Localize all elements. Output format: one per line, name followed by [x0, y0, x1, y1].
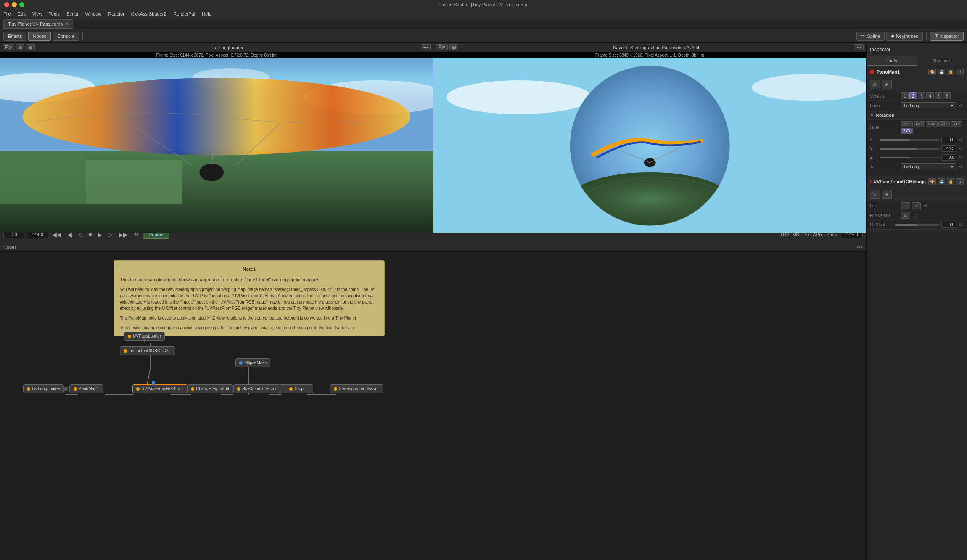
menu-tools[interactable]: Tools — [49, 11, 60, 16]
nodes-more-btn[interactable]: ••• — [856, 244, 863, 251]
uvpass-color-btn[interactable]: 🎨 — [928, 178, 936, 185]
effects-button[interactable]: Effects — [3, 32, 26, 41]
order-xyz[interactable]: XYZ — [901, 121, 913, 127]
panomap1-title-row: PanoMap1 🎨 💾 🔒 ℹ — [867, 66, 967, 78]
flipv-checkbox[interactable]: ☐ — [901, 212, 910, 219]
right-fit-btn[interactable]: Fitv — [436, 44, 448, 50]
y-slider[interactable] — [880, 148, 940, 150]
ver-btn-5[interactable]: 5 — [935, 92, 942, 99]
panomap1-save-btn[interactable]: 💾 — [938, 69, 945, 75]
uvpass-grid-btn[interactable]: ⊞ — [870, 190, 880, 199]
left-more-btn[interactable]: ••• — [421, 44, 431, 50]
note-title: Note1 — [120, 266, 378, 273]
y-value[interactable]: 44.3 — [941, 145, 956, 152]
node-uvpassloader[interactable]: UVPassLoader — [124, 332, 165, 341]
order-xzy[interactable]: XZY — [914, 121, 925, 127]
order-zxy[interactable]: ZXY — [951, 121, 962, 127]
flip-h-btn[interactable]: ↔ — [901, 202, 910, 209]
ver-btn-4[interactable]: 4 — [926, 92, 934, 99]
x-reset[interactable]: ↺ — [958, 137, 964, 142]
menu-renderpal[interactable]: RenderPal — [173, 11, 195, 16]
rotation-section-header[interactable]: ▼ Rotation — [867, 111, 967, 120]
menu-reactor[interactable]: Reactor — [108, 11, 124, 16]
menu-help[interactable]: Help — [202, 11, 211, 16]
keyframes-button[interactable]: ◆ Keyframes — [886, 32, 923, 41]
tab-close-icon[interactable]: ✕ — [65, 21, 69, 26]
menu-file[interactable]: File — [3, 11, 11, 16]
uoffset-slider[interactable] — [895, 224, 940, 226]
from-dropdown[interactable]: LatLong ▾ — [901, 102, 956, 109]
node-changedepth8bit[interactable]: ChangeDepth8Bit — [187, 384, 233, 393]
node-panomap1[interactable]: PanoMap1 — [69, 384, 103, 393]
menu-edit[interactable]: Edit — [18, 11, 26, 16]
menu-window[interactable]: Window — [85, 11, 101, 16]
ver-btn-3[interactable]: 3 — [918, 92, 925, 99]
menu-script[interactable]: Script — [66, 11, 78, 16]
maximize-button[interactable] — [19, 2, 24, 7]
tab-tools[interactable]: Tools — [867, 56, 917, 66]
left-fit-btn[interactable]: Fitv — [3, 44, 14, 50]
from-reset[interactable]: ↺ — [958, 103, 964, 108]
to-dropdown[interactable]: LatLong ▾ — [901, 163, 956, 170]
ver-btn-2[interactable]: 2 — [909, 92, 917, 99]
ver-btn-1[interactable]: 1 — [901, 92, 909, 99]
order-yxz[interactable]: YXZ — [926, 121, 938, 127]
order-label: Order — [870, 125, 899, 130]
note-resize-handle[interactable]: ⤢ — [116, 262, 119, 269]
spline-button[interactable]: 〜 Spline — [856, 32, 885, 41]
file-tab[interactable]: Tiny Planet UV Pass.comp ✕ — [3, 19, 73, 29]
menu-view[interactable]: View — [32, 11, 42, 16]
minimize-button[interactable] — [12, 2, 17, 7]
inspector-button[interactable]: ⊞ Inspector — [930, 32, 964, 41]
flip-reset[interactable]: ↺ — [922, 203, 928, 208]
rotation-y-row: Y 44.3 ↺ — [867, 144, 967, 153]
nodes-canvas[interactable]: ⤢ Note1 This Fusion example project show… — [0, 252, 866, 560]
tab-modifiers[interactable]: Modifiers — [917, 56, 967, 66]
close-button[interactable] — [4, 2, 9, 7]
node-crop[interactable]: Crop — [280, 384, 313, 393]
left-view-btn-2[interactable]: ▦ — [26, 44, 35, 50]
node-linear-to-sgibocio[interactable]: LinearTosCIGBOCIO... — [120, 346, 175, 355]
uoffset-reset[interactable]: ↺ — [958, 222, 964, 227]
from-dropdown-arrow: ▾ — [951, 103, 953, 108]
left-viewer-panel: Fitv ⊞ ▦ LatLongLoader ••• Frame Size: 6… — [0, 43, 433, 217]
panomap1-info-btn[interactable]: ℹ — [956, 69, 964, 75]
flip-v-btn[interactable]: ↕ — [912, 202, 921, 209]
uoffset-value[interactable]: 0.0 — [941, 222, 956, 228]
node-uvpassfromrgbimage[interactable]: UVPassFromRGBIm... — [132, 384, 188, 393]
node-ellipsemask[interactable]: EllipseMask — [235, 358, 270, 367]
node-label: EllipseMask — [244, 360, 267, 365]
flipv-reset[interactable]: ↺ — [912, 213, 918, 218]
uvpass-save-btn[interactable]: 💾 — [938, 178, 945, 185]
z-reset[interactable]: ↺ — [958, 155, 964, 160]
node-latlongloader[interactable]: LatLongLoader — [23, 384, 64, 393]
panomap1-lock-btn[interactable]: 🔒 — [947, 69, 954, 75]
right-more-btn[interactable]: ••• — [854, 44, 864, 50]
x-slider[interactable] — [880, 139, 940, 141]
z-slider[interactable] — [880, 157, 940, 158]
console-button[interactable]: Console — [53, 32, 79, 41]
panomap1-grid-btn[interactable]: ⊞ — [870, 80, 880, 89]
inspector-section-uvpassfromrgbimage: UVPassFromRGBImage 🎨 💾 🔒 ℹ ⊞ ◉ Flip ↔ ↕ — [867, 176, 967, 230]
y-reset[interactable]: ↺ — [958, 146, 964, 151]
to-reset[interactable]: ↺ — [958, 164, 964, 169]
panomap1-view-btn[interactable]: ◉ — [882, 80, 892, 89]
menu-kickass[interactable]: KickAss ShaderZ — [131, 11, 166, 16]
node-stereographic-para[interactable]: Stereographic_Para... — [330, 384, 383, 393]
order-zyx[interactable]: ZYX — [901, 128, 913, 134]
uvpass-info-btn[interactable]: ℹ — [956, 178, 964, 185]
left-view-btn-1[interactable]: ⊞ — [16, 44, 24, 50]
uvpass-lock-btn[interactable]: 🔒 — [947, 178, 954, 185]
node-skycolorcorrector[interactable]: SkyColorCorrector — [233, 384, 280, 393]
ver-btn-6[interactable]: 6 — [943, 92, 951, 99]
uvpass-title-row: UVPassFromRGBImage 🎨 💾 🔒 ℹ — [867, 176, 967, 188]
uvpass-icon-row: ⊞ ◉ — [867, 188, 967, 201]
z-value[interactable]: 0.0 — [941, 154, 956, 161]
uvpass-view-btn[interactable]: ◉ — [882, 190, 892, 199]
order-yzx[interactable]: YZX — [938, 121, 950, 127]
panomap1-color-btn[interactable]: 🎨 — [928, 69, 936, 75]
nodes-button[interactable]: Nodes — [28, 32, 51, 41]
uvpass-flipv-row: Flip Vertical ☐ ↺ — [867, 211, 967, 220]
x-value[interactable]: 0.0 — [941, 137, 956, 143]
right-view-btn-1[interactable]: ▦ — [449, 44, 458, 50]
